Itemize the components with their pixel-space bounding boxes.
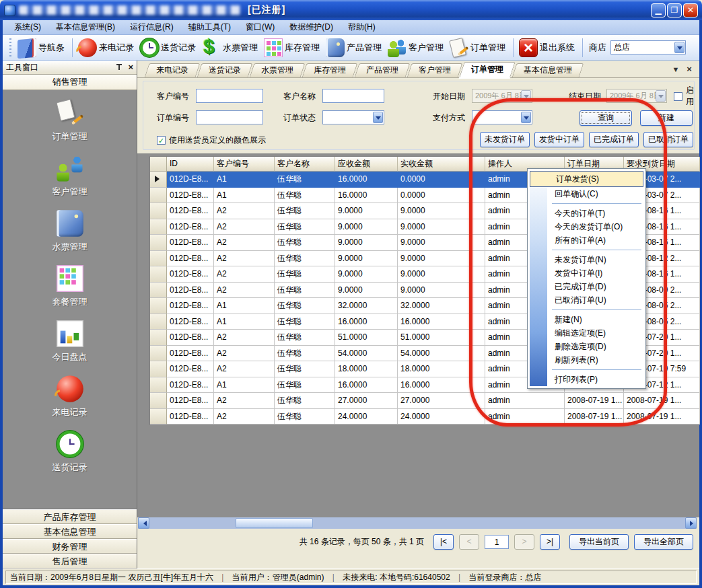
minimize-icon[interactable]: ▁ [651,3,666,17]
tab-库存管理[interactable]: 库存管理 [304,63,355,77]
chevron-down-icon[interactable] [521,112,531,123]
tab-送货记录[interactable]: 送货记录 [199,63,250,77]
chevron-down-icon[interactable]: ▼ [671,65,680,74]
chevron-down-icon[interactable] [521,90,531,102]
context-menu-item-打印列表(P)[interactable]: 打印列表(P) [529,373,644,386]
toolbar-button-inventory-grid[interactable]: 库存管理 [262,37,324,59]
next-page-button[interactable]: > [514,534,534,550]
context-menu-item-编辑选定项(E)[interactable]: 编辑选定项(E) [529,326,644,340]
table-row[interactable]: 012D-E8...A2伍华聪27.000027.0000admin2008-0… [150,393,699,409]
start-date-picker[interactable]: 2009年 6月 8日 [472,89,532,103]
row-selector-cell[interactable] [150,377,167,394]
tab-基本信息管理[interactable]: 基本信息管理 [514,63,582,77]
chevron-down-icon[interactable] [373,112,383,123]
row-selector-cell[interactable] [150,188,167,204]
chevron-down-icon[interactable] [656,90,666,102]
close-icon[interactable]: × [128,64,133,71]
column-header-实收金额[interactable]: 实收金额 [398,157,485,172]
toolbar-button-customers[interactable]: 客户管理 [386,37,448,59]
context-menu-item-新建(N)[interactable]: 新建(N) [529,313,644,326]
row-selector-cell[interactable] [150,283,167,299]
toolbar-button-order-scroll[interactable]: 订单管理 [448,37,510,59]
row-selector-cell[interactable] [150,330,167,346]
row-selector-cell[interactable] [150,219,167,235]
customer-no-input[interactable] [196,89,263,103]
context-menu-item-发货中订单(I)[interactable]: 发货中订单(I) [529,266,644,280]
sidebar-item-订单管理[interactable]: 订单管理 [3,101,137,156]
sidebar-item-套餐管理[interactable]: 套餐管理 [3,266,137,322]
context-menu-item-回单确认(C)[interactable]: 回单确认(C) [529,187,644,200]
context-menu-item-所有的订单(A)[interactable]: 所有的订单(A) [529,233,644,247]
toolbar-button-water-ticket-dollar[interactable]: 水票管理 [200,37,262,59]
row-selector-cell[interactable] [150,235,167,251]
row-selector-cell[interactable] [150,314,167,330]
toolbar-button-exit[interactable]: 退出系统 [517,37,579,59]
sidebar-section-售后管理[interactable]: 售后管理 [3,554,137,568]
chevron-down-icon[interactable] [674,42,685,53]
row-selector-cell[interactable] [150,251,167,267]
column-header-客户编号[interactable]: 客户编号 [214,157,275,172]
scroll-right-icon[interactable] [685,517,697,529]
toolbar-button-call-bell[interactable]: 来电记录 [76,37,138,59]
order-status-select[interactable] [322,110,384,124]
sidebar-item-客户管理[interactable]: 客户管理 [3,156,137,211]
row-selector-cell[interactable] [150,409,167,425]
scrollbar-thumb[interactable] [236,518,313,528]
maximize-icon[interactable]: ❐ [667,3,682,17]
menu-item[interactable]: 辅助工具(T) [181,20,238,34]
last-page-button[interactable]: >| [540,534,560,550]
column-header-应收金额[interactable]: 应收金额 [335,157,398,172]
toolbar-button-navigator[interactable]: 导航条 [15,36,69,59]
enable-checkbox[interactable] [674,92,682,101]
horizontal-scrollbar[interactable] [138,517,697,529]
row-selector-cell[interactable] [150,346,167,362]
sidebar-section-产品库存管理[interactable]: 产品库存管理 [3,509,137,524]
export-all-pages-button[interactable]: 导出全部页 [634,534,693,550]
menu-item[interactable]: 帮助(H) [341,20,383,34]
menu-item[interactable]: 系统(S) [7,20,48,34]
context-menu-item-订单发货(S)[interactable]: 订单发货(S) [530,171,643,187]
context-menu-item-已取消订单(U)[interactable]: 已取消订单(U) [529,293,644,307]
pin-icon[interactable] [116,64,122,71]
toolbar-button-delivery-clock[interactable]: 送货记录 [138,37,200,59]
status-filter-button-未发货订单[interactable]: 未发货订单 [480,132,530,147]
tab-订单管理[interactable]: 订单管理 [462,62,513,77]
context-menu-item-已完成订单(D)[interactable]: 已完成订单(D) [529,280,644,293]
toolbar-button-product-book[interactable]: 产品管理 [324,37,386,59]
menu-item[interactable]: 数据维护(D) [282,20,341,34]
first-page-button[interactable]: |< [433,534,454,550]
row-selector-cell[interactable] [150,172,167,188]
page-number-input[interactable]: 1 [485,535,509,549]
export-current-page-button[interactable]: 导出当前页 [569,534,629,550]
payment-select[interactable] [472,110,532,124]
row-selector-cell[interactable] [150,203,167,219]
status-filter-button-已取消订单[interactable]: 已取消订单 [643,132,693,147]
sidebar-item-水票管理[interactable]: 水票管理 [3,211,137,266]
row-selector-cell[interactable] [150,393,167,409]
menu-item[interactable]: 运行信息(R) [122,20,181,34]
column-header-客户名称[interactable]: 客户名称 [275,157,335,172]
end-date-picker[interactable]: 2009年 6月 8日 [606,89,667,103]
sidebar-item-来电记录[interactable]: 来电记录 [3,377,137,432]
tab-产品管理[interactable]: 产品管理 [357,63,408,77]
sidebar-item-今日盘点[interactable]: 今日盘点 [3,322,137,377]
scroll-left-icon[interactable] [138,517,149,529]
row-selector-cell[interactable] [150,361,167,377]
sidebar-section-基本信息管理[interactable]: 基本信息管理 [3,524,137,539]
order-no-input[interactable] [196,110,263,124]
new-button[interactable]: 新建 [640,110,693,126]
status-filter-button-发货中订单[interactable]: 发货中订单 [534,132,584,147]
query-button[interactable]: 查询 [580,110,632,126]
context-menu-item-今天的发货订单(O)[interactable]: 今天的发货订单(O) [529,220,644,233]
context-menu-item-删除选定项(D)[interactable]: 删除选定项(D) [529,340,644,353]
tab-水票管理[interactable]: 水票管理 [252,63,303,77]
tab-客户管理[interactable]: 客户管理 [409,63,460,77]
context-menu-item-今天的订单(T)[interactable]: 今天的订单(T) [529,207,644,220]
menu-item[interactable]: 窗口(W) [238,20,282,34]
store-select[interactable]: 总店 [610,40,686,54]
row-selector-cell[interactable] [150,298,167,314]
sidebar-section-sales[interactable]: 销售管理 [3,75,137,90]
sidebar-item-送货记录[interactable]: 送货记录 [3,432,137,487]
delivery-color-checkbox[interactable]: ✓ [157,136,166,145]
prev-page-button[interactable]: < [459,534,479,550]
